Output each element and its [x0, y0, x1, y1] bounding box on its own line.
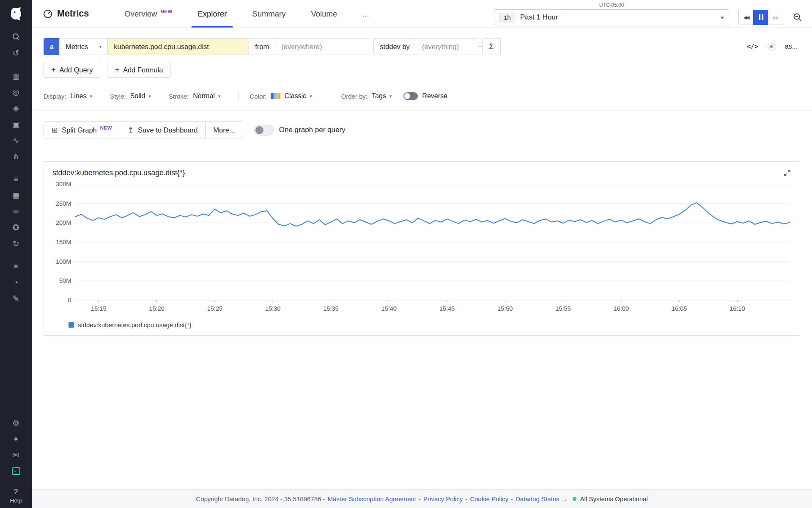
footer-link-cookie[interactable]: Cookie Policy	[470, 495, 508, 502]
help-label: Help	[10, 497, 22, 504]
order-by-select[interactable]: Tags ▾	[372, 92, 392, 100]
style-label: Style:	[110, 93, 126, 100]
time-range-dropdown[interactable]: 1h Past 1 Hour ▾	[494, 9, 729, 25]
stroke-value: Normal	[193, 92, 215, 100]
footer-link-status[interactable]: Datadog Status →	[516, 495, 568, 502]
svg-text:15:30: 15:30	[265, 305, 280, 312]
query-actions-row: + Add Query + Add Formula	[44, 62, 800, 78]
expand-chart-button[interactable]	[783, 169, 791, 177]
datadog-logo-icon[interactable]	[7, 5, 25, 23]
time-range-chip[interactable]: 1h	[499, 13, 515, 22]
add-query-button[interactable]: + Add Query	[44, 62, 100, 78]
split-grid-icon: ⊞	[52, 126, 58, 135]
tab-overview[interactable]: Overview NEW	[112, 0, 185, 28]
ci-icon[interactable]: ↻	[0, 238, 32, 249]
chart-header: stddev:kubernetes.pod.cpu.usage.dist{*}	[44, 162, 800, 179]
sidebar: ↺ ▥ ◎ ◈ ▣ ∿ ⋔ ≡ ▦ ∞ ✪ ↻ ✶ ◔ ✎ ⚙ ✦ ✉ >_ ?…	[0, 0, 32, 508]
watchdog-icon[interactable]: ◎	[0, 86, 32, 97]
one-graph-per-query-toggle[interactable]	[254, 125, 274, 135]
query-source-label: Metrics	[66, 43, 88, 51]
search-icon[interactable]	[0, 31, 32, 42]
zoom-out-button[interactable]	[793, 12, 803, 22]
query-connector	[478, 46, 482, 47]
time-picker: UTC-05:00 1h Past 1 Hour ▾	[494, 2, 729, 25]
forward-button[interactable]: ▶▶	[768, 10, 783, 25]
support-icon[interactable]: ✉	[0, 450, 32, 461]
stroke-select[interactable]: Normal ▾	[193, 92, 220, 100]
recents-icon[interactable]: ↺	[0, 47, 32, 58]
more-label: More...	[213, 126, 235, 134]
add-formula-button[interactable]: + Add Formula	[107, 62, 170, 78]
metrics-nav-icon[interactable]: ▥	[0, 70, 32, 81]
style-select[interactable]: Solid ▾	[130, 92, 151, 100]
chevron-down-icon: ▾	[721, 14, 724, 21]
sidebar-nav: ↺ ▥ ◎ ◈ ▣ ∿ ⋔ ≡ ▦ ∞ ✪ ↻ ✶ ◔ ✎	[0, 29, 32, 415]
pause-icon-bar2	[762, 14, 763, 20]
reverse-toggle[interactable]	[403, 92, 418, 100]
header: Metrics Overview NEW Explorer Summary Vo…	[32, 0, 812, 28]
integrations-link-icon[interactable]: ∞	[0, 206, 32, 217]
plus-icon: +	[51, 66, 56, 75]
settings-icon[interactable]: ⚙	[0, 417, 32, 428]
order-by-label: Order by:	[341, 93, 368, 100]
metric-input[interactable]: kubernetes.pod.cpu.usage.dist	[107, 38, 249, 55]
as-button[interactable]: as...	[785, 43, 798, 50]
bits-ai-icon[interactable]: ✦	[0, 433, 32, 444]
display-value: Lines	[70, 92, 86, 100]
code-view-icon[interactable]: </>	[747, 43, 758, 50]
svg-text:50M: 50M	[59, 277, 71, 284]
containers-icon[interactable]: ▣	[0, 119, 32, 130]
pause-button[interactable]	[753, 10, 768, 25]
query-source-select[interactable]: Metrics ▾	[59, 38, 108, 55]
timeseries-chart[interactable]: 050M100M150M200M250M300M15:1515:2015:251…	[47, 180, 796, 320]
svg-text:15:20: 15:20	[149, 305, 164, 312]
sigma-function-button[interactable]: Σ	[482, 38, 501, 55]
metrics-gauge-icon	[43, 9, 53, 19]
reverse-label: Reverse	[422, 92, 447, 100]
chevron-down-icon: ▾	[390, 94, 392, 99]
display-select[interactable]: Lines ▾	[70, 92, 92, 100]
footer-link-privacy[interactable]: Privacy Policy	[423, 495, 463, 502]
agent-terminal-icon[interactable]: >_	[0, 466, 32, 477]
svg-text:15:35: 15:35	[323, 305, 338, 312]
security-icon[interactable]: ✪	[0, 222, 32, 233]
color-swatch-icon	[271, 93, 280, 99]
rewind-icon: ◀◀	[743, 15, 749, 20]
query-letter-badge[interactable]: a	[44, 38, 60, 55]
legend-label[interactable]: stddev:kubernetes.pod.cpu.usage.dist{*}	[78, 321, 192, 329]
tab-summary-label: Summary	[252, 9, 285, 19]
style-option: Style: Solid ▾	[110, 92, 151, 100]
save-to-dashboard-button[interactable]: ↥ Save to Dashboard	[120, 121, 206, 138]
more-button[interactable]: More...	[205, 121, 243, 138]
error-tracking-icon[interactable]: ✶	[0, 261, 32, 272]
group-by-input[interactable]: (everything)	[416, 38, 478, 55]
tab-more[interactable]: ...	[350, 0, 381, 28]
help-icon: ?	[14, 488, 18, 496]
logs-icon[interactable]: ≡	[0, 174, 32, 185]
svg-text:100M: 100M	[56, 258, 71, 265]
apm-icon[interactable]: ∿	[0, 135, 32, 146]
color-label: Color:	[250, 93, 266, 100]
aggregator-select[interactable]: stddev by	[373, 38, 416, 55]
infrastructure-icon[interactable]: ◈	[0, 102, 32, 113]
help-button[interactable]: ? Help	[10, 488, 22, 504]
dashboards-icon[interactable]: ▦	[0, 190, 32, 201]
graph-controls: ⊞ Split Graph NEW ↥ Save to Dashboard Mo…	[44, 121, 800, 138]
tab-explorer-label: Explorer	[198, 9, 227, 19]
footer-link-msa[interactable]: Master Subscription Agreement	[328, 495, 416, 502]
status-text: All Systems Operational	[580, 495, 648, 502]
tab-volume[interactable]: Volume	[298, 0, 350, 28]
svg-text:15:45: 15:45	[439, 305, 455, 312]
color-select[interactable]: Classic ▾	[271, 92, 312, 100]
profiling-icon[interactable]: ◔	[0, 277, 32, 288]
tab-summary[interactable]: Summary	[239, 0, 298, 28]
notebooks-icon[interactable]: ✎	[0, 293, 32, 304]
from-filter-input[interactable]: (everywhere)	[275, 38, 370, 55]
split-graph-button[interactable]: ⊞ Split Graph NEW	[44, 121, 120, 138]
palette-icon[interactable]	[768, 43, 776, 51]
forward-icon: ▶▶	[773, 15, 779, 20]
service-map-icon[interactable]: ⋔	[0, 151, 32, 162]
rewind-button[interactable]: ◀◀	[738, 10, 754, 25]
tab-explorer[interactable]: Explorer	[185, 0, 239, 28]
legend-swatch[interactable]	[69, 322, 74, 328]
